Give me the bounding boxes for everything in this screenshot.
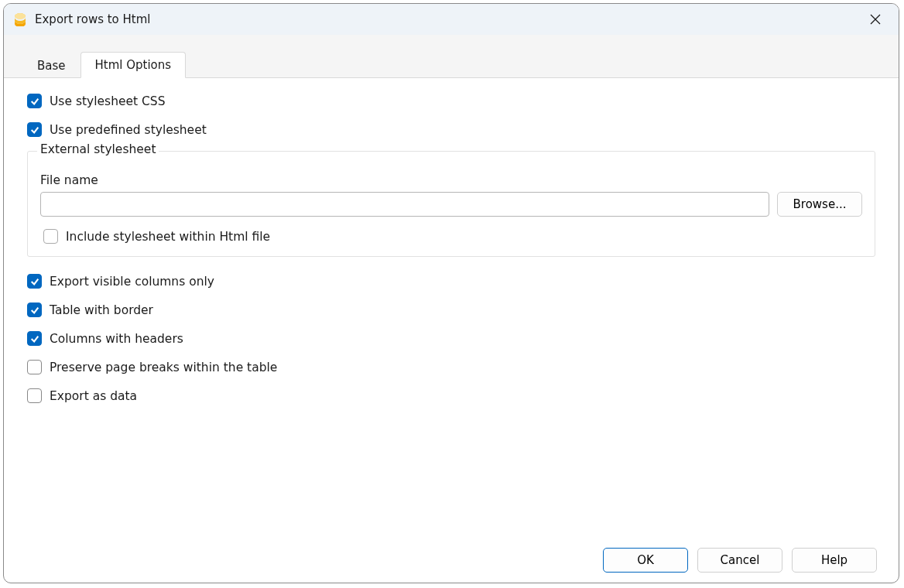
check-icon: [30, 306, 39, 315]
option-export-visible-columns-only[interactable]: Export visible columns only: [27, 274, 875, 289]
option-export-as-data[interactable]: Export as data: [27, 388, 875, 403]
checkbox-export-visible-columns-only[interactable]: [27, 274, 42, 289]
file-name-input[interactable]: [40, 192, 769, 217]
checkbox-use-stylesheet-css[interactable]: [27, 94, 42, 108]
checkbox-table-with-border[interactable]: [27, 303, 42, 317]
label-use-stylesheet-css: Use stylesheet CSS: [50, 94, 166, 108]
checkbox-use-predefined-stylesheet[interactable]: [27, 122, 42, 137]
label-columns-with-headers: Columns with headers: [50, 332, 183, 346]
dialog-window: Export rows to Html Base Html Options Us…: [3, 3, 899, 583]
file-name-row: Browse...: [40, 192, 862, 217]
tab-html-options[interactable]: Html Options: [80, 52, 187, 78]
label-table-with-border: Table with border: [50, 303, 153, 317]
option-table-with-border[interactable]: Table with border: [27, 303, 875, 317]
window-title: Export rows to Html: [35, 12, 151, 26]
check-icon: [30, 97, 39, 106]
dialog-button-bar: OK Cancel Help: [4, 538, 899, 583]
browse-button[interactable]: Browse...: [777, 192, 862, 217]
option-include-stylesheet-within-html[interactable]: Include stylesheet within Html file: [40, 229, 862, 244]
label-include-stylesheet-within-html: Include stylesheet within Html file: [66, 230, 270, 244]
titlebar: Export rows to Html: [4, 4, 899, 35]
check-icon: [30, 334, 39, 344]
ok-button[interactable]: OK: [603, 548, 688, 573]
check-icon: [30, 125, 39, 135]
close-button[interactable]: [865, 9, 886, 30]
option-columns-with-headers[interactable]: Columns with headers: [27, 331, 875, 346]
option-use-stylesheet-css[interactable]: Use stylesheet CSS: [27, 94, 875, 108]
option-use-predefined-stylesheet[interactable]: Use predefined stylesheet: [27, 122, 875, 137]
help-button[interactable]: Help: [792, 548, 877, 573]
label-export-as-data: Export as data: [50, 389, 137, 403]
checkbox-preserve-page-breaks[interactable]: [27, 360, 42, 374]
close-icon: [870, 14, 881, 25]
checkbox-include-stylesheet-within-html[interactable]: [43, 229, 58, 244]
checkbox-columns-with-headers[interactable]: [27, 331, 42, 346]
app-icon: [13, 12, 27, 26]
group-legend-external-stylesheet: External stylesheet: [37, 142, 159, 156]
svg-point-0: [15, 13, 26, 19]
label-preserve-page-breaks: Preserve page breaks within the table: [50, 361, 277, 374]
checkbox-export-as-data[interactable]: [27, 388, 42, 403]
group-external-stylesheet: External stylesheet File name Browse... …: [27, 151, 875, 257]
tab-base[interactable]: Base: [22, 53, 80, 78]
check-icon: [30, 277, 39, 286]
label-export-visible-columns-only: Export visible columns only: [50, 275, 214, 289]
cancel-button[interactable]: Cancel: [697, 548, 782, 573]
tab-strip: Base Html Options: [4, 35, 899, 78]
tab-panel-html-options: Use stylesheet CSS Use predefined styles…: [4, 78, 899, 538]
option-preserve-page-breaks[interactable]: Preserve page breaks within the table: [27, 360, 875, 374]
label-file-name: File name: [40, 173, 862, 187]
label-use-predefined-stylesheet: Use predefined stylesheet: [50, 123, 207, 137]
